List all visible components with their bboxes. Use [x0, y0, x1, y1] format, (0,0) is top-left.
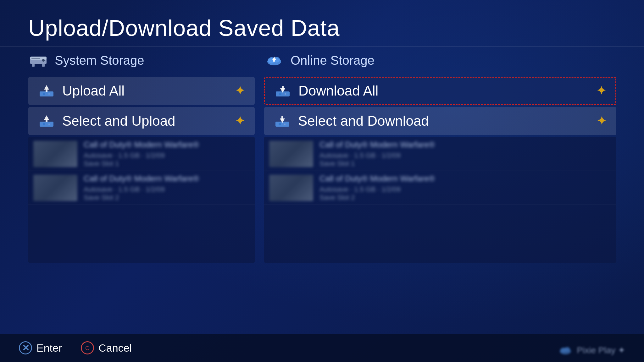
upload-all-plus: ✦: [235, 84, 245, 97]
svg-rect-6: [40, 91, 53, 96]
download-all-label: Download All: [298, 83, 378, 99]
system-storage-label: System Storage: [55, 53, 144, 68]
right-game-meta-2a: Autosave · 1.5 GB · 1/2/09: [319, 185, 611, 194]
enter-action[interactable]: ✕ Enter: [19, 341, 62, 354]
right-game-item-1[interactable]: Call of Duty® Modern Warfare® Autosave ·…: [264, 137, 616, 171]
right-game-meta-1a: Autosave · 1.5 GB · 1/2/09: [319, 151, 611, 160]
download-all-plus: ✦: [597, 84, 606, 97]
right-game-meta-2b: Save Slot 2: [319, 194, 611, 202]
right-game-meta-1b: Save Slot 1: [319, 160, 611, 168]
download-all-button[interactable]: Download All ✦: [264, 77, 616, 105]
left-game-info-2: Call of Duty® Modern Warfare® Autosave ·…: [84, 174, 250, 202]
left-game-meta-1b: Save Slot 1: [84, 160, 250, 168]
select-upload-label: Select and Upload: [62, 113, 175, 129]
online-storage-label: Online Storage: [291, 53, 375, 68]
svg-point-8: [48, 93, 50, 95]
svg-rect-11: [40, 122, 53, 127]
right-game-info-1: Call of Duty® Modern Warfare® Autosave ·…: [319, 140, 611, 168]
left-game-item-1[interactable]: Call of Duty® Modern Warfare® Autosave ·…: [28, 137, 255, 171]
select-upload-plus: ✦: [235, 114, 245, 128]
enter-label: Enter: [36, 342, 62, 354]
select-download-icon: [274, 113, 291, 129]
svg-point-28: [284, 123, 286, 125]
right-game-info-2: Call of Duty® Modern Warfare® Autosave ·…: [319, 174, 611, 202]
right-game-thumb-1: [269, 141, 313, 167]
upload-all-button[interactable]: Upload All ✦: [28, 77, 255, 105]
svg-rect-25: [282, 86, 284, 90]
hdd-icon: [28, 53, 48, 68]
svg-rect-30: [281, 116, 283, 120]
bottom-bar: ✕ Enter ○ Cancel Pixie Play ✦: [0, 334, 644, 362]
upload-all-label: Upload All: [62, 83, 125, 99]
left-game-thumb-1: [33, 141, 77, 167]
svg-rect-4: [32, 64, 35, 67]
svg-point-22: [279, 93, 281, 95]
svg-point-27: [279, 123, 281, 125]
select-download-label: Select and Download: [298, 113, 429, 129]
svg-rect-5: [42, 64, 45, 67]
right-game-list: Call of Duty® Modern Warfare® Autosave ·…: [264, 137, 616, 263]
download-all-icon: [275, 83, 291, 99]
page-title: Upload/Download Saved Data: [28, 15, 340, 41]
left-game-meta-2b: Save Slot 2: [84, 194, 250, 202]
left-game-thumb-2: [33, 175, 77, 201]
svg-point-33: [564, 347, 570, 352]
svg-rect-3: [31, 58, 40, 59]
cloud-icon: [264, 53, 284, 68]
cancel-action[interactable]: ○ Cancel: [81, 341, 132, 354]
right-game-title-1: Call of Duty® Modern Warfare®: [319, 140, 611, 150]
svg-rect-10: [46, 89, 47, 92]
circle-button-icon: ○: [81, 341, 94, 354]
svg-point-13: [48, 123, 50, 125]
right-game-thumb-2: [269, 175, 313, 201]
select-upload-icon: [38, 113, 55, 129]
svg-marker-9: [44, 85, 49, 90]
svg-point-12: [43, 123, 45, 125]
left-panel: System Storage Upload All ✦: [28, 53, 255, 263]
svg-marker-14: [44, 115, 49, 120]
left-game-item-2[interactable]: Call of Duty® Modern Warfare® Autosave ·…: [28, 171, 255, 205]
svg-point-2: [42, 59, 45, 62]
left-game-meta-1a: Autosave · 1.5 GB · 1/2/09: [84, 151, 250, 160]
select-download-plus: ✦: [597, 114, 606, 128]
title-divider: [0, 47, 644, 47]
cancel-label: Cancel: [98, 342, 132, 354]
right-game-title-2: Call of Duty® Modern Warfare®: [319, 174, 611, 184]
right-game-item-2[interactable]: Call of Duty® Modern Warfare® Autosave ·…: [264, 171, 616, 205]
left-game-title-2: Call of Duty® Modern Warfare®: [84, 174, 250, 184]
svg-point-7: [43, 93, 45, 95]
select-download-button[interactable]: Select and Download ✦: [264, 107, 616, 135]
online-storage-header: Online Storage: [264, 53, 616, 68]
upload-all-icon: [38, 83, 55, 99]
right-panel: Online Storage Download All ✦: [264, 53, 616, 263]
bottom-right-info: Pixie Play ✦: [558, 344, 625, 356]
left-game-meta-2a: Autosave · 1.5 GB · 1/2/09: [84, 185, 250, 194]
left-game-list: Call of Duty® Modern Warfare® Autosave ·…: [28, 137, 255, 263]
select-upload-button[interactable]: Select and Upload ✦: [28, 107, 255, 135]
system-storage-header: System Storage: [28, 53, 255, 68]
left-game-title-1: Call of Duty® Modern Warfare®: [84, 140, 250, 150]
left-game-info-1: Call of Duty® Modern Warfare® Autosave ·…: [84, 140, 250, 168]
svg-rect-20: [273, 59, 275, 62]
svg-rect-15: [46, 119, 47, 122]
svg-point-23: [285, 93, 286, 95]
cross-button-icon: ✕: [19, 341, 32, 354]
